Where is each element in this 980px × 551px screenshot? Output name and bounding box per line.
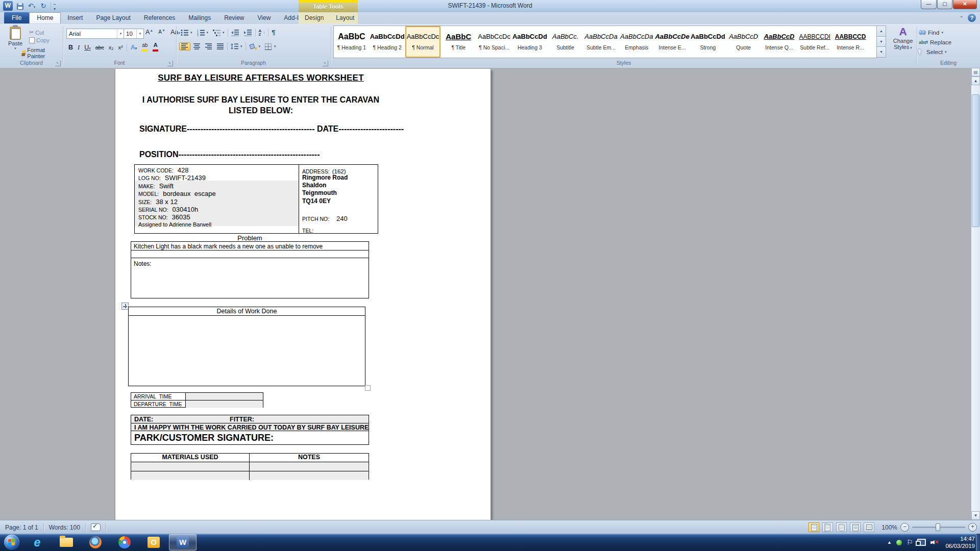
document-page[interactable]: SURF BAY LEISURE AFTERSALES WORKSHEET I … bbox=[115, 69, 491, 520]
materials-cell[interactable] bbox=[131, 462, 250, 471]
zoom-in-icon[interactable]: + bbox=[968, 523, 977, 532]
find-button[interactable]: Find▾ bbox=[917, 28, 980, 37]
clipboard-dialog-launcher[interactable]: ↘ bbox=[55, 61, 61, 66]
zoom-slider-thumb[interactable] bbox=[936, 523, 940, 531]
tab-layout[interactable]: Layout bbox=[330, 12, 360, 24]
style-quote[interactable]: AaBbCcDQuote bbox=[726, 26, 762, 58]
cut-button[interactable]: ✂Cut bbox=[28, 27, 45, 36]
scroll-down-icon[interactable]: ▼ bbox=[971, 511, 980, 520]
bold-button[interactable]: B bbox=[66, 43, 75, 52]
copy-button[interactable]: Copy bbox=[28, 36, 51, 45]
taskbar-file-explorer[interactable] bbox=[53, 534, 80, 550]
gallery-more-icon[interactable]: ▼̱ bbox=[876, 46, 886, 58]
shading-button[interactable]: ▾ bbox=[248, 43, 262, 51]
caravan-details-cell[interactable]: WORK CODE:428 LOG NO:SWIFT-21439 MAKE:Sw… bbox=[135, 165, 299, 233]
tab-design[interactable]: Design bbox=[299, 12, 330, 24]
departure-value-cell[interactable] bbox=[186, 400, 263, 408]
style-strong[interactable]: AaBbCcDdStrong bbox=[690, 26, 726, 58]
zoom-out-icon[interactable]: − bbox=[900, 523, 909, 532]
shrink-font-button[interactable]: A▼ bbox=[156, 28, 167, 36]
tab-file[interactable]: File bbox=[4, 12, 29, 23]
underline-button[interactable]: U▾ bbox=[82, 43, 93, 52]
zoom-slider[interactable] bbox=[912, 527, 965, 528]
style-intense-emphasis[interactable]: AaBbCcDeIntense E... bbox=[654, 26, 690, 58]
fullscreen-reading-view-button[interactable] bbox=[822, 522, 833, 532]
scroll-up-icon[interactable]: ▲ bbox=[971, 77, 980, 85]
print-layout-view-button[interactable] bbox=[808, 522, 819, 532]
problem-text-cell[interactable]: Kitchen Light has a black mark needs a n… bbox=[131, 242, 369, 251]
style-no-spacing[interactable]: AaBbCcDc¶ No Spaci... bbox=[476, 26, 512, 58]
borders-button[interactable]: ▾ bbox=[263, 43, 278, 51]
taskbar-word-active[interactable]: W bbox=[169, 534, 197, 550]
justify-button[interactable] bbox=[215, 43, 226, 50]
tab-insert[interactable]: Insert bbox=[61, 12, 89, 23]
network-icon[interactable] bbox=[917, 539, 926, 546]
taskbar-internet-explorer[interactable]: e bbox=[23, 534, 51, 550]
multilevel-list-button[interactable]: ▾ bbox=[211, 29, 226, 37]
problem-empty-row[interactable] bbox=[131, 251, 369, 258]
tray-status-icon[interactable] bbox=[896, 540, 902, 545]
close-button[interactable]: ✕ bbox=[953, 0, 977, 9]
minimize-ribbon-icon[interactable]: ⌃ bbox=[960, 15, 964, 21]
spellcheck-icon[interactable] bbox=[91, 523, 101, 531]
tab-home[interactable]: Home bbox=[29, 12, 61, 23]
grow-font-button[interactable]: A▲ bbox=[143, 28, 155, 36]
line-spacing-button[interactable]: ▾ bbox=[229, 43, 244, 50]
help-icon[interactable]: ? bbox=[968, 14, 976, 22]
increase-indent-button[interactable] bbox=[242, 29, 254, 37]
tab-page-layout[interactable]: Page Layout bbox=[89, 12, 137, 23]
style-subtitle[interactable]: AaBbCc.Subtitle bbox=[548, 26, 583, 58]
select-button[interactable]: Select▾ bbox=[917, 47, 980, 57]
style-title[interactable]: AaBbC¶ Title bbox=[440, 26, 476, 58]
start-button[interactable] bbox=[4, 535, 19, 550]
style-subtle-reference[interactable]: AABBCCDISubtle Ref... bbox=[797, 26, 832, 58]
gallery-scroll-up-icon[interactable]: ▲ bbox=[876, 26, 886, 37]
tab-references[interactable]: References bbox=[137, 12, 182, 23]
font-color-button[interactable]: A bbox=[151, 42, 160, 53]
taskbar-outlook[interactable]: O bbox=[140, 534, 167, 550]
style-intense-quote[interactable]: AaBbCcDIntense Q... bbox=[762, 26, 797, 58]
font-size-combo[interactable]: 10▾ bbox=[124, 29, 144, 39]
strikethrough-button[interactable]: abc bbox=[93, 44, 106, 51]
text-effects-button[interactable]: A▾ bbox=[129, 43, 139, 52]
format-painter-button[interactable]: Format Painter bbox=[20, 46, 63, 60]
superscript-button[interactable]: x² bbox=[116, 44, 125, 51]
ruler-toggle-icon[interactable]: ▤ bbox=[971, 68, 980, 77]
replace-button[interactable]: ab⇄ Replace bbox=[917, 37, 980, 47]
zoom-level[interactable]: 100% bbox=[881, 524, 897, 531]
address-cell[interactable]: ADDRESS:(162) Ringmore Road Shaldon Teig… bbox=[299, 165, 378, 233]
style-heading2[interactable]: AaBbCcDd¶ Heading 2 bbox=[370, 26, 405, 58]
style-heading3[interactable]: AaBbCcDdHeading 3 bbox=[512, 26, 548, 58]
materials-cell[interactable] bbox=[131, 471, 250, 480]
subscript-button[interactable]: x₂ bbox=[107, 44, 116, 51]
highlight-button[interactable]: ab bbox=[139, 42, 150, 53]
align-center-button[interactable] bbox=[192, 43, 202, 50]
date-fitter-row[interactable]: DATE: FITTER: bbox=[131, 415, 369, 423]
work-done-body[interactable] bbox=[129, 316, 365, 387]
notes-cell-2[interactable] bbox=[250, 462, 369, 471]
style-intense-reference[interactable]: AABBCCDIntense R... bbox=[832, 26, 868, 58]
font-dialog-launcher[interactable]: ↘ bbox=[167, 61, 173, 66]
taskbar-chrome[interactable] bbox=[111, 534, 138, 550]
style-subtle-emphasis[interactable]: AaBbCcDaSubtle Em... bbox=[583, 26, 619, 58]
outline-view-button[interactable] bbox=[850, 522, 861, 532]
park-signature-label[interactable]: PARK/CUSTOMER SIGNATURE: bbox=[131, 431, 369, 445]
sort-button[interactable]: AZ↓ bbox=[257, 29, 267, 37]
taskbar-clock[interactable]: 14:47 06/03/2019 bbox=[945, 535, 975, 549]
action-center-flag-icon[interactable]: ⚐ bbox=[906, 538, 913, 546]
table-move-handle-icon[interactable] bbox=[121, 303, 129, 310]
draft-view-button[interactable] bbox=[864, 522, 874, 532]
align-left-button[interactable] bbox=[179, 42, 190, 51]
style-normal-selected[interactable]: AaBbCcDc¶ Normal bbox=[405, 26, 441, 58]
tray-expand-icon[interactable]: ▲ bbox=[887, 540, 892, 545]
volume-muted-icon[interactable]: ✕ bbox=[930, 539, 939, 546]
tab-review[interactable]: Review bbox=[217, 12, 251, 23]
style-heading1[interactable]: AaBbC¶ Heading 1 bbox=[334, 26, 370, 58]
italic-button[interactable]: I bbox=[76, 43, 82, 52]
bullets-button[interactable]: ▾ bbox=[179, 29, 194, 37]
show-desktop-button[interactable] bbox=[976, 534, 980, 551]
table-resize-handle[interactable] bbox=[365, 385, 371, 391]
decrease-indent-button[interactable] bbox=[230, 29, 241, 37]
tab-view[interactable]: View bbox=[251, 12, 278, 23]
arrival-value-cell[interactable] bbox=[186, 393, 263, 400]
